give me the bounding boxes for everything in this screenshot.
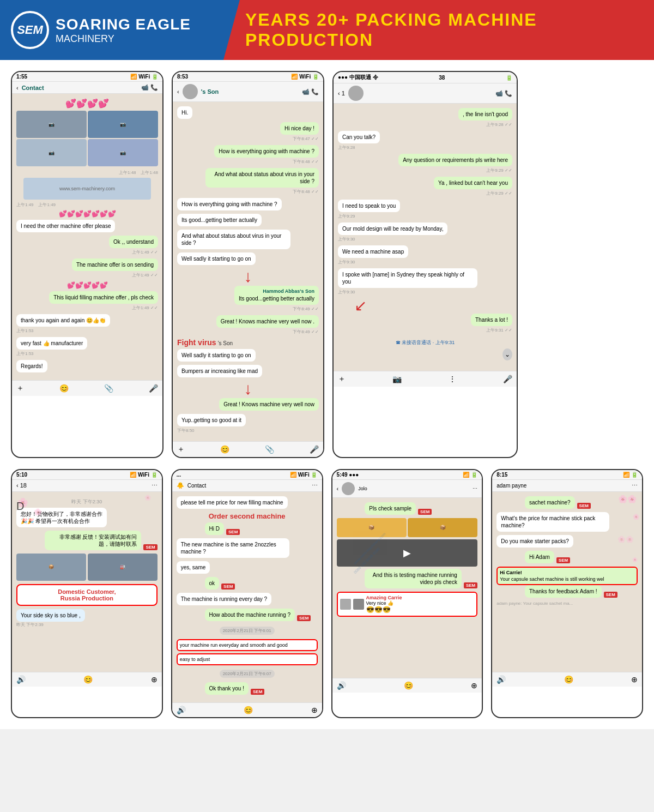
call-icons-3[interactable]: 📹 📞 bbox=[495, 90, 512, 97]
emoji-icon-5[interactable]: 😊 bbox=[244, 706, 253, 714]
emoji-icon-4[interactable]: 😊 bbox=[83, 675, 93, 684]
options-5[interactable]: ⋯ bbox=[312, 482, 318, 489]
msg-starter-packs: Do you make starter packs? bbox=[496, 535, 609, 548]
msg-bubble-how-r: How is everything going with machine ? bbox=[177, 198, 282, 210]
speaker-icon-6[interactable]: 🔊 bbox=[337, 681, 346, 690]
msg-bubble-thanks: Thanks a lot ! bbox=[471, 314, 512, 326]
plus-icon-5[interactable]: ⊕ bbox=[311, 706, 318, 714]
mic-icon-1[interactable]: 🎤 bbox=[149, 384, 158, 393]
emoji-icon-7[interactable]: 😊 bbox=[564, 675, 573, 684]
bottom-bar-2[interactable]: ＋ 😊 📎 🎤 bbox=[173, 441, 323, 457]
phone-header-1: ‹ Contact 📹 📞 bbox=[12, 82, 162, 94]
scroll-icon-3[interactable]: ⌄ bbox=[338, 351, 512, 358]
chat-screenshot-1: 1:55 📶 WiFi 🔋 ‹ Contact 📹 📞 💕💕💕💕 📷 📷 📷 📷 bbox=[11, 71, 164, 458]
msg-time-sky: 昨天 下午2:39 bbox=[16, 622, 158, 628]
sample-img-2: 📦 bbox=[408, 518, 477, 537]
bottom-bar-5[interactable]: 🔊 😊 ⊕ bbox=[172, 702, 322, 717]
logo-text: SOARING EAGLE MACHINERY bbox=[56, 16, 191, 45]
bottom-bar-7[interactable]: 🔊 😊 ⊕ bbox=[492, 672, 642, 687]
emoji-icon-6[interactable]: 😊 bbox=[404, 681, 413, 690]
main-content: 1:55 📶 WiFi 🔋 ‹ Contact 📹 📞 💕💕💕💕 📷 📷 📷 📷 bbox=[0, 60, 654, 729]
back-icon-6[interactable]: ‹ bbox=[337, 485, 339, 492]
date-center-5: 2020年2月21日 下午6:01 bbox=[177, 624, 318, 637]
speaker-icon-5[interactable]: 🔊 bbox=[177, 706, 186, 714]
logo-letters: SEM bbox=[17, 23, 43, 37]
sem-badge-10: SEM bbox=[604, 592, 617, 598]
camera-icon-3[interactable]: 📷 bbox=[392, 375, 402, 383]
msg-same-machine: The new machine is the same 2nozzles mac… bbox=[177, 538, 289, 558]
red-arrow-down-2: ↓ bbox=[177, 381, 319, 397]
time-4: 5:10 bbox=[16, 472, 27, 478]
msg-bubble-offer: The machine offer is on sending bbox=[72, 258, 158, 271]
msg-hi-adam: Hi Adam SEM bbox=[525, 551, 638, 563]
phone-header-4: ‹ 18 ⋯ bbox=[12, 480, 162, 492]
mic-icon-3[interactable]: 🎤 bbox=[503, 375, 512, 383]
img-1: 📷 bbox=[16, 111, 87, 138]
back-icon-2[interactable]: ‹ bbox=[177, 88, 179, 95]
msg-ok-understand: Ok ,, understand 上午1:49 ✓✓ bbox=[45, 236, 158, 255]
msg-speak: I need to speak to you 上午9:29 bbox=[338, 200, 477, 219]
video-thumb[interactable]: ▶ bbox=[337, 539, 478, 567]
scroll-btn-3[interactable]: ⌄ bbox=[502, 348, 512, 360]
options-4[interactable]: ⋯ bbox=[152, 482, 158, 489]
plus-icon-6[interactable]: ⊕ bbox=[471, 681, 477, 690]
bottom-bar-6[interactable]: 🔊 😊 ⊕ bbox=[332, 678, 482, 693]
msg-time-yup: 下午8:50 bbox=[177, 428, 290, 434]
speaker-icon-4[interactable]: 🔊 bbox=[16, 675, 26, 684]
very-nice-label: Very nice 👍 bbox=[366, 600, 402, 606]
plus-icon-4[interactable]: ⊕ bbox=[151, 675, 158, 684]
emoji-icon-2[interactable]: 😊 bbox=[220, 445, 229, 454]
back-icon-4[interactable]: ‹ 18 bbox=[16, 482, 27, 489]
img-4: 📷 bbox=[88, 139, 158, 166]
mic-icon-2[interactable]: 🎤 bbox=[310, 445, 319, 454]
emoji-row: 😎😎😎 bbox=[366, 606, 402, 613]
sample-images: 📦 📦 bbox=[337, 518, 478, 537]
bottom-bar-4[interactable]: 🔊 😊 ⊕ bbox=[12, 672, 162, 687]
msg-price-stick: What's the price for machine stick pack … bbox=[496, 512, 609, 532]
plus-icon-7[interactable]: ⊕ bbox=[631, 675, 638, 684]
sem-badge-9: SEM bbox=[556, 557, 570, 563]
back-icon-3[interactable]: ‹ 1 bbox=[338, 90, 345, 97]
attach-icon-1[interactable]: 📎 bbox=[104, 384, 113, 393]
msg-time-how: 下午8:48 ✓✓ bbox=[205, 159, 319, 165]
plus-icon-1[interactable]: ＋ bbox=[16, 383, 24, 393]
amazing-text: Amazing Carrie Very nice 👍 😎😎😎 bbox=[366, 595, 402, 613]
contact-name-1: Contact bbox=[22, 85, 44, 91]
dots-icon-3[interactable]: ⋮ bbox=[449, 375, 456, 383]
header-divider bbox=[202, 0, 223, 60]
plus-icon-2[interactable]: ＋ bbox=[177, 444, 185, 454]
msg-bubble-hid: Hi D bbox=[205, 522, 224, 535]
plus-icon-3[interactable]: ＋ bbox=[338, 374, 346, 384]
options-7[interactable]: ⋯ bbox=[632, 482, 638, 489]
chat-area-7: 🌸🌸 🌸 🌸🌸 🌸 sachet machine? SEM What's the… bbox=[492, 492, 642, 672]
speaker-icon-7[interactable]: 🔊 bbox=[496, 675, 506, 684]
icons-2: 📶 WiFi 🔋 bbox=[291, 74, 319, 80]
msg-good-getting: Its good...getting better actually bbox=[177, 214, 290, 226]
bottom-screenshots-row: 5:10 📶 WiFi 🔋 ‹ 18 ⋯ 🌸 🌸 🌸 D 昨天 下午2:30 您… bbox=[11, 469, 643, 718]
sem-badge-2: SEM bbox=[226, 529, 240, 535]
call-icons-1[interactable]: 📹 📞 bbox=[141, 84, 158, 91]
msg-bubble-how: How is everything going with machine ? bbox=[214, 145, 319, 158]
bottom-bar-1[interactable]: ＋ 😊 📎 🎤 bbox=[12, 380, 162, 396]
bottom-bar-3[interactable]: ＋ 📷 ⋮ 🎤 bbox=[334, 371, 517, 387]
msg-bubble-same: The new machine is the same 2nozzles mac… bbox=[177, 538, 289, 558]
msg-yes-same: yes, same bbox=[177, 561, 289, 574]
msg-time-great: 下午8:49 ✓✓ bbox=[205, 329, 319, 335]
sem-badge-8: SEM bbox=[577, 503, 591, 509]
msg-mold: Our mold design will be ready by Monday,… bbox=[338, 222, 477, 242]
contact-name-6: Jolo bbox=[358, 486, 367, 491]
avatar-3 bbox=[348, 86, 364, 101]
options-6[interactable]: ⋯ bbox=[473, 486, 477, 491]
status-bar-1: 1:55 📶 WiFi 🔋 bbox=[12, 72, 162, 82]
date-divider-5: 2020年2月21日 下午6:01 bbox=[220, 627, 275, 635]
petal-6: 🌸🌸 bbox=[617, 536, 634, 543]
missed-call-text: ☎ 未接语音通话 · 上午9:31 bbox=[396, 340, 455, 345]
time-stamp-img2: 上午1:49 上午1:49 bbox=[16, 202, 158, 208]
back-icon-1[interactable]: ‹ bbox=[16, 85, 19, 91]
call-icons-2[interactable]: 📹 📞 bbox=[302, 88, 319, 95]
attach-icon-2[interactable]: 📎 bbox=[265, 445, 274, 454]
carrie-img-2 bbox=[353, 599, 364, 610]
msg-thankyou: thank you again and again 😊👍👏 上午1:53 bbox=[16, 314, 130, 334]
emoji-icon-1[interactable]: 😊 bbox=[59, 384, 69, 393]
domestic-customer-box: Domestic Customer, Russia Production bbox=[16, 584, 158, 606]
